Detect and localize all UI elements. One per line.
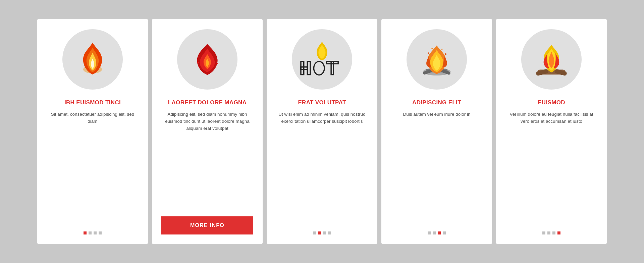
flame-red-icon <box>189 39 226 80</box>
dot-inactive <box>89 231 92 234</box>
card-1-icon-circle <box>62 29 123 90</box>
card-5-dots <box>542 231 560 234</box>
dot-inactive <box>443 231 446 234</box>
dot-inactive <box>94 231 97 234</box>
flame-simple-icon <box>76 39 109 80</box>
dot-inactive <box>313 231 316 234</box>
svg-point-18 <box>431 48 433 49</box>
card-4: ADIPISCING ELIT Duis autem vel eum iriur… <box>381 19 492 244</box>
dot-inactive <box>433 231 436 234</box>
dot-inactive <box>428 231 431 234</box>
cards-container: IBH EUISMOD TINCI Sit amet, consectetuer… <box>37 19 607 244</box>
dot-inactive <box>328 231 331 234</box>
svg-point-1 <box>199 54 201 56</box>
svg-point-4 <box>217 63 218 64</box>
card-2-icon-circle <box>177 29 237 90</box>
card-3-icon-circle <box>292 29 352 90</box>
card-5-body: Vel illum dolore eu feugiat nulla facili… <box>505 111 597 222</box>
card-1-title: IBH EUISMOD TINCI <box>64 99 121 106</box>
more-info-button[interactable]: MORE INFO <box>161 216 253 234</box>
card-4-body: Duis autem vel eum iriure dolor in <box>403 111 470 222</box>
svg-rect-8 <box>307 61 310 74</box>
card-5-icon-circle <box>521 29 582 90</box>
card-4-dots <box>428 231 446 234</box>
svg-point-5 <box>202 50 203 52</box>
card-2-body: Adipiscing elit, sed diam nonummy nibh e… <box>161 111 253 210</box>
svg-point-19 <box>441 49 443 50</box>
card-3-dots <box>313 231 331 234</box>
card-4-title: ADIPISCING ELIT <box>412 99 461 106</box>
svg-point-9 <box>314 61 325 75</box>
dot-inactive <box>542 231 545 234</box>
svg-point-17 <box>445 53 446 55</box>
card-1-dots <box>84 231 102 234</box>
dot-active <box>84 231 87 234</box>
card-2-title: LAOREET DOLORE MAGNA <box>168 99 247 106</box>
card-3-title: ERAT VOLUTPAT <box>298 99 346 106</box>
dot-active <box>438 231 441 234</box>
card-1-body: Sit amet, consectetuer adipiscing elit, … <box>47 111 139 222</box>
dot-inactive <box>547 231 550 234</box>
card-4-icon-circle <box>407 29 467 90</box>
card-5: EUISMOD Vel illum dolore eu feugiat null… <box>496 19 607 244</box>
svg-point-2 <box>215 55 217 57</box>
dot-inactive <box>552 231 555 234</box>
card-3-body: Ut wisi enim ad minim veniam, quis nostr… <box>276 111 368 222</box>
svg-point-16 <box>428 52 429 54</box>
dot-inactive <box>323 231 326 234</box>
flame-hot-icon <box>299 39 345 80</box>
card-1: IBH EUISMOD TINCI Sit amet, consectetuer… <box>37 19 148 244</box>
svg-point-3 <box>197 62 199 63</box>
flame-campfire-icon <box>417 39 457 80</box>
dot-active <box>557 231 560 234</box>
card-5-title: EUISMOD <box>538 99 565 106</box>
flame-log-icon <box>531 39 572 80</box>
dot-active <box>318 231 321 234</box>
card-3: ERAT VOLUTPAT Ut wisi enim ad minim veni… <box>267 19 377 244</box>
dot-inactive <box>99 231 102 234</box>
card-2: LAOREET DOLORE MAGNA Adipiscing elit, se… <box>152 19 263 244</box>
